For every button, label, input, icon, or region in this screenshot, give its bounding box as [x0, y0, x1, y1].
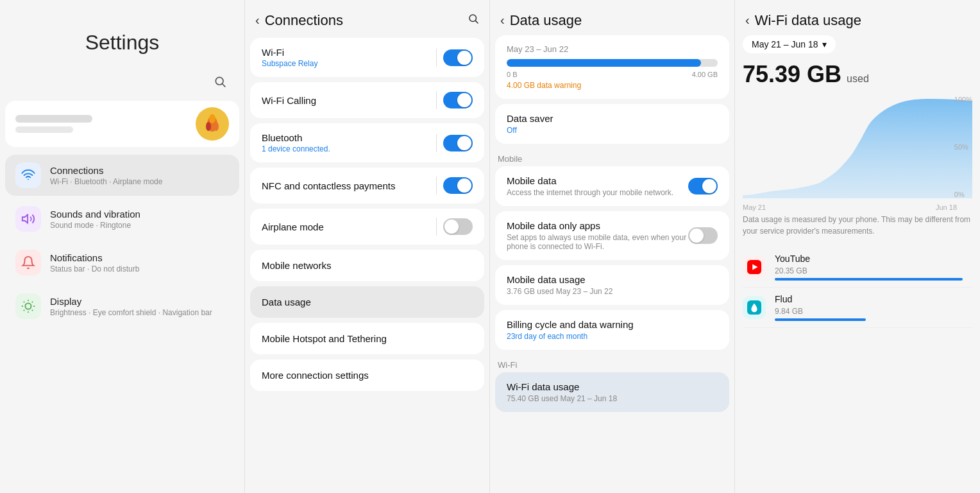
wifi-data-usage-sub: 75.40 GB used May 21 – Jun 18 [507, 394, 718, 403]
chart-svg [743, 96, 972, 198]
sidebar-item-notifications[interactable]: Notifications Status bar · Do not distur… [5, 242, 239, 283]
wifi-calling-toggle[interactable] [443, 92, 473, 108]
svg-point-0 [215, 77, 223, 85]
svg-point-5 [209, 114, 215, 123]
connections-panel: ‹ Connections Wi-Fi Subspace Relay Wi-Fi… [245, 0, 490, 493]
data-warning-label: 4.00 GB data warning [507, 81, 718, 90]
airplane-toggle[interactable] [443, 218, 473, 235]
date-range-label: May 21 – Jun 18 [752, 39, 818, 49]
notifications-item-title: Notifications [50, 252, 139, 263]
mobile-data-toggle[interactable] [688, 178, 718, 195]
mobile-data-only-toggle[interactable] [688, 227, 718, 244]
conn-wifi-calling-title: Wi-Fi Calling [262, 95, 436, 106]
conn-item-nfc[interactable]: NFC and contactless payments [250, 168, 484, 203]
svg-point-8 [469, 15, 477, 22]
conn-data-usage-title: Data usage [262, 297, 473, 307]
connections-search-button[interactable] [468, 13, 479, 28]
wifi-toggle[interactable] [443, 49, 473, 66]
notifications-item-sub: Status bar · Do not disturb [50, 264, 139, 273]
settings-menu: Connections Wi-Fi · Bluetooth · Airplane… [0, 152, 244, 493]
conn-wifi-sub: Subspace Relay [262, 59, 436, 68]
total-used-label: used [847, 73, 869, 85]
flud-name: Flud [775, 294, 972, 304]
conn-more-title: More connection settings [262, 370, 473, 381]
conn-item-wifi-calling[interactable]: Wi-Fi Calling [250, 82, 484, 118]
nfc-toggle[interactable] [443, 177, 473, 194]
flud-bar [775, 318, 866, 321]
wifi-data-panel: ‹ Wi-Fi data usage May 21 – Jun 18 ▾ 75.… [735, 0, 980, 493]
connections-panel-title: Connections [265, 12, 468, 29]
sidebar-item-connections[interactable]: Connections Wi-Fi · Bluetooth · Airplane… [5, 155, 239, 196]
conn-wifi-title: Wi-Fi [262, 47, 436, 58]
data-usage-bar-card: May 23 – Jun 22 0 B 4.00 GB 4.00 GB data… [495, 35, 729, 99]
mobile-data-usage-title: Mobile data usage [507, 274, 718, 285]
billing-cycle-card[interactable]: Billing cycle and data warning 23rd day … [495, 310, 729, 350]
profile-sub-placeholder [15, 126, 73, 133]
app-item-youtube[interactable]: YouTube 20.35 GB [743, 247, 972, 288]
conn-bluetooth-sub: 1 device connected. [262, 144, 436, 153]
data-saver-card[interactable]: Data saver Off [495, 104, 729, 144]
avatar [196, 107, 229, 141]
data-saver-sub: Off [507, 126, 718, 135]
profile-info [15, 115, 196, 133]
wifi-data-usage-card[interactable]: Wi-Fi data usage 75.40 GB used May 21 – … [495, 372, 729, 412]
app-item-flud[interactable]: Flud 9.84 GB [743, 288, 972, 328]
mobile-data-usage-sub: 3.76 GB used May 23 – Jun 22 [507, 287, 718, 296]
svg-point-4 [214, 122, 219, 131]
chart-end-label: Jun 18 [936, 203, 957, 211]
mobile-data-only-card[interactable]: Mobile data only apps Set apps to always… [495, 211, 729, 260]
svg-point-7 [25, 303, 31, 309]
wifi-data-panel-title: Wi-Fi data usage [755, 12, 970, 29]
data-bar-right-label: 4.00 GB [692, 71, 718, 78]
settings-title: Settings [0, 0, 244, 70]
settings-search-button[interactable] [208, 70, 232, 93]
settings-search-row [0, 70, 244, 101]
flud-info: Flud 9.84 GB [775, 294, 972, 321]
date-range-selector[interactable]: May 21 – Jun 18 ▾ [743, 35, 836, 53]
data-usage-panel: ‹ Data usage May 23 – Jun 22 0 B 4.00 GB… [490, 0, 735, 493]
mobile-data-usage-card[interactable]: Mobile data usage 3.76 GB used May 23 – … [495, 265, 729, 305]
conn-item-data-usage[interactable]: Data usage [250, 286, 484, 318]
wifi-data-back-button[interactable]: ‹ [745, 10, 755, 30]
conn-airplane-title: Airplane mode [262, 221, 436, 232]
profile-name-placeholder [15, 115, 92, 123]
wifi-section-label: Wi-Fi [495, 355, 729, 372]
connections-back-button[interactable]: ‹ [255, 10, 265, 30]
conn-hotspot-title: Mobile Hotspot and Tethering [262, 333, 473, 344]
data-usage-panel-title: Data usage [510, 12, 724, 29]
chevron-down-icon: ▾ [822, 39, 827, 49]
mobile-data-card[interactable]: Mobile data Access the internet through … [495, 166, 729, 206]
mobile-section-label: Mobile [495, 149, 729, 166]
data-usage-back-button[interactable]: ‹ [500, 10, 510, 30]
svg-line-9 [475, 21, 478, 23]
flud-size: 9.84 GB [775, 307, 972, 316]
conn-item-mobile-networks[interactable]: Mobile networks [250, 250, 484, 281]
svg-marker-6 [22, 215, 28, 223]
conn-item-airplane[interactable]: Airplane mode [250, 209, 484, 245]
sounds-icon [15, 206, 41, 232]
mobile-data-title: Mobile data [507, 175, 688, 186]
usage-note: Data usage is measured by your phone. Th… [743, 214, 972, 237]
connections-list: Wi-Fi Subspace Relay Wi-Fi Calling Bluet… [245, 35, 489, 493]
wifi-data-usage-title: Wi-Fi data usage [507, 381, 718, 392]
bluetooth-toggle[interactable] [443, 135, 473, 151]
billing-cycle-sub: 23rd day of each month [507, 332, 718, 341]
conn-item-bluetooth[interactable]: Bluetooth 1 device connected. [250, 123, 484, 162]
data-usage-list: May 23 – Jun 22 0 B 4.00 GB 4.00 GB data… [490, 35, 734, 493]
chart-start-label: May 21 [743, 203, 766, 211]
youtube-bar [775, 278, 963, 281]
data-usage-date-range: May 23 – Jun 22 [507, 44, 718, 54]
flud-icon [743, 296, 766, 319]
conn-item-wifi[interactable]: Wi-Fi Subspace Relay [250, 38, 484, 77]
chart-label-0: 0% [954, 191, 972, 198]
conn-item-hotspot[interactable]: Mobile Hotspot and Tethering [250, 323, 484, 354]
sounds-item-text: Sounds and vibration Sound mode · Ringto… [50, 209, 140, 230]
sidebar-item-display[interactable]: Display Brightness · Eye comfort shield … [5, 286, 239, 327]
conn-nfc-title: NFC and contactless payments [262, 180, 436, 191]
profile-row[interactable] [5, 101, 239, 147]
youtube-name: YouTube [775, 254, 972, 264]
mobile-data-only-sub: Set apps to always use mobile data, even… [507, 233, 688, 251]
chart-label-100: 100% [954, 96, 972, 103]
conn-item-more-settings[interactable]: More connection settings [250, 359, 484, 391]
sidebar-item-sounds[interactable]: Sounds and vibration Sound mode · Ringto… [5, 198, 239, 239]
